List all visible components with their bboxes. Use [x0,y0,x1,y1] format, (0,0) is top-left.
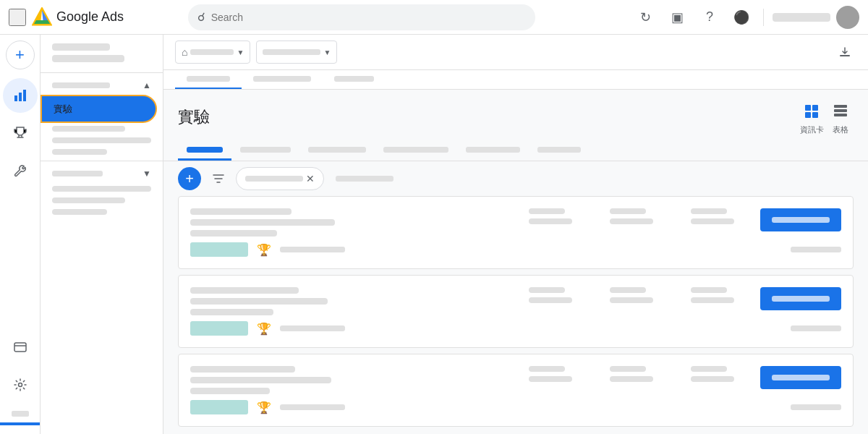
card-3-trophy-icon: 🏆 [257,401,271,414]
card-3-sub-line [190,388,270,394]
sub-tab-1[interactable] [175,70,242,89]
card-3-action-button[interactable] [760,366,841,389]
nav-placeholder-1 [52,43,110,51]
card-3-col-1 [529,366,587,382]
content-area: ⌂ ▼ ▼ 實驗 [163,35,868,434]
svg-rect-12 [834,105,847,108]
filter-chip-close-button[interactable]: ✕ [306,173,315,184]
card-3-bottom: 🏆 [190,400,841,414]
nav-placeholder-5 [52,149,107,155]
tab-4[interactable] [375,141,457,161]
segment-dropdown[interactable]: ▼ [256,41,337,64]
card-2-cols [529,287,749,303]
filter-chip: ✕ [236,167,324,190]
experiment-card-1: 🏆 [178,196,854,269]
card-2-desc-line [190,298,328,305]
nav-section-header[interactable]: ▲ [41,76,163,95]
nav-placeholder-8 [52,209,107,215]
tab-4-label [383,147,448,153]
card-2-top [190,287,841,315]
card-2-info [190,287,517,315]
home-dropdown[interactable]: ⌂ ▼ [175,41,250,64]
card-view-button[interactable] [799,98,825,124]
card-2-col-1 [529,287,587,303]
sub-tab-3[interactable] [323,70,386,89]
card-1-sub-line [190,230,277,237]
sidebar-item-tools[interactable] [3,153,38,188]
sidebar-item-billing[interactable] [3,330,38,365]
tab-6[interactable] [529,141,590,161]
card-2-bottom-text [280,326,345,331]
card-2-col-1-label [529,287,565,293]
view-toggle: 資訊卡 表格 [799,98,854,135]
sub-tab-2[interactable] [242,70,323,89]
app-title: Google Ads [56,9,124,25]
add-filter-button[interactable]: + [178,167,201,190]
nav-divider-1 [41,72,163,73]
refresh-button[interactable]: ↻ [633,4,659,30]
dropdown1-chevron-icon: ▼ [237,48,244,56]
notifications-button[interactable]: ⚫ [728,4,754,30]
menu-button[interactable] [9,9,26,26]
filter-chip-text [245,176,303,182]
sidebar-item-goals[interactable] [3,116,38,150]
card-3-badge [190,400,248,414]
card-1-bottom: 🏆 [190,242,841,257]
card-3-col-3-label [691,366,727,372]
chevron-down-icon: ▼ [142,169,151,179]
svg-rect-10 [805,112,811,118]
tab-5[interactable] [457,141,529,161]
card-3-col-1-val [529,376,572,382]
feedback-button[interactable]: ▣ [665,4,691,30]
card-3-desc-line [190,377,331,383]
sidebar-item-settings[interactable] [3,367,38,402]
card-2-col-2-label [610,287,646,293]
table-view-button[interactable] [827,98,854,124]
card-2-col-2-val [610,297,653,303]
table-view-icon [833,104,848,119]
card-1-action-button[interactable] [760,208,841,231]
table-view-label: 表格 [833,124,848,135]
card-2-sub-line [190,309,273,315]
card-2-action-button[interactable] [760,287,841,310]
tab-2-label [240,147,291,153]
filter-options-button[interactable] [207,167,230,190]
download-icon [839,46,851,58]
page-header: 實驗 資訊卡 表格 [163,90,868,141]
nav-section-header-2[interactable]: ▼ [41,164,163,183]
card-2-trophy-icon: 🏆 [257,322,271,336]
sub-tab-1-label [187,76,230,82]
segment-label [336,176,393,182]
segment-area [330,176,399,182]
card-1-col-2-label [610,208,646,214]
card-1-col-3-label [691,208,727,214]
svg-rect-5 [14,343,26,352]
avatar[interactable] [836,6,859,29]
card-1-info [190,208,517,237]
tab-3[interactable] [299,141,375,161]
dropdown2-placeholder [263,49,320,55]
sub-tab-2-label [253,76,311,82]
chevron-up-icon: ▲ [142,80,151,90]
nav-section-label-2 [52,171,103,176]
tab-1[interactable] [178,141,231,161]
card-1-col-3-val [691,218,734,224]
svg-rect-9 [812,105,818,111]
nav-item-experiments[interactable]: 實驗 [41,95,157,123]
card-2-col-1-val [529,297,572,303]
card-view-label: 資訊卡 [800,124,824,135]
card-3-col-3 [691,366,749,382]
card-1-bottom-action [791,247,841,252]
tabs-row [163,141,868,161]
search-input[interactable] [211,12,526,23]
sidebar-item-overview[interactable] [3,78,38,113]
download-button[interactable] [833,41,856,64]
svg-rect-2 [14,95,17,101]
tab-5-label [466,147,520,153]
create-button[interactable]: + [6,41,35,69]
tab-2[interactable] [231,141,299,161]
filter-icon [213,173,224,184]
sub-tabs [163,70,868,90]
card-2-col-3 [691,287,749,303]
help-button[interactable]: ? [697,4,723,30]
